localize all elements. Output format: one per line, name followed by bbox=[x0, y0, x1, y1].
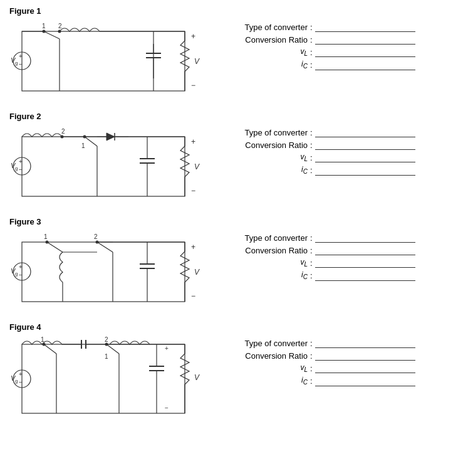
figure3-vl-line bbox=[315, 258, 415, 268]
figure3-fields: Type of converter : Conversion Ratio : v… bbox=[222, 230, 464, 283]
figure1-ratio-line bbox=[315, 34, 415, 45]
svg-text:−: − bbox=[19, 272, 23, 278]
figure2-type-label: Type of converter bbox=[229, 128, 310, 137]
svg-line-63 bbox=[97, 242, 113, 252]
svg-text:2: 2 bbox=[105, 336, 108, 343]
svg-text:1: 1 bbox=[81, 142, 85, 149]
figure1-type-line bbox=[315, 22, 415, 32]
figure2-block: Figure 2 + − V g 2 1 bbox=[9, 112, 464, 206]
figure4-type-label: Type of converter bbox=[229, 339, 310, 348]
figure1-ratio-label: Conversion Ratio bbox=[229, 35, 310, 45]
figure3-type-row: Type of converter : bbox=[229, 233, 464, 243]
figure4-ratio-line bbox=[315, 351, 415, 361]
svg-text:V: V bbox=[194, 162, 200, 171]
svg-text:g: g bbox=[15, 60, 18, 66]
figure1-type-label: Type of converter bbox=[229, 23, 310, 32]
figure2-circuit: + − V g 2 1 bbox=[9, 124, 222, 206]
svg-text:1: 1 bbox=[44, 233, 48, 240]
svg-rect-0 bbox=[22, 31, 185, 91]
svg-text:1: 1 bbox=[41, 336, 44, 343]
figure1-circuit: + − V g 1 2 bbox=[9, 19, 222, 100]
svg-text:−: − bbox=[191, 186, 195, 195]
svg-text:−: − bbox=[19, 61, 23, 68]
figure2-ic-line bbox=[315, 166, 415, 176]
figure3-ic-label: iC bbox=[229, 270, 310, 280]
svg-text:V: V bbox=[194, 373, 200, 382]
figure4-fields: Type of converter : Conversion Ratio : v… bbox=[222, 335, 464, 389]
figure4-label: Figure 4 bbox=[9, 322, 464, 332]
figure4-ratio-label: Conversion Ratio bbox=[229, 351, 310, 361]
figure2-ic-row: iC : bbox=[229, 165, 464, 175]
svg-text:+: + bbox=[165, 345, 169, 352]
figure2-fields: Type of converter : Conversion Ratio : v… bbox=[222, 124, 464, 178]
svg-text:+: + bbox=[191, 243, 195, 251]
figure4-type-row: Type of converter : bbox=[229, 338, 464, 348]
figure4-ic-row: iC : bbox=[229, 376, 464, 386]
svg-line-60 bbox=[47, 242, 63, 252]
svg-text:g: g bbox=[15, 378, 18, 384]
svg-text:−: − bbox=[191, 292, 195, 300]
figure1-ratio-row: Conversion Ratio : bbox=[229, 34, 464, 45]
svg-line-9 bbox=[44, 31, 60, 39]
svg-text:2: 2 bbox=[94, 233, 98, 240]
figure2-label: Figure 2 bbox=[9, 112, 464, 121]
figure2-vl-row: vL : bbox=[229, 152, 464, 162]
svg-rect-78 bbox=[22, 344, 185, 413]
figure3-ratio-label: Conversion Ratio bbox=[229, 246, 310, 255]
figure2-ic-label: iC bbox=[229, 165, 310, 175]
figure2-vl-line bbox=[315, 152, 415, 162]
svg-text:+: + bbox=[19, 53, 23, 60]
figure3-ratio-line bbox=[315, 245, 415, 255]
figure1-type-row: Type of converter : bbox=[229, 22, 464, 32]
svg-text:+: + bbox=[191, 137, 195, 146]
svg-rect-52 bbox=[22, 242, 185, 302]
svg-text:g: g bbox=[15, 166, 18, 171]
svg-text:1: 1 bbox=[105, 353, 108, 360]
figure1-ic-line bbox=[315, 60, 415, 70]
figure2-type-row: Type of converter : bbox=[229, 127, 464, 137]
svg-line-94 bbox=[107, 344, 119, 354]
svg-text:V: V bbox=[194, 268, 200, 277]
svg-text:+: + bbox=[19, 371, 23, 378]
svg-text:2: 2 bbox=[58, 23, 62, 29]
figure4-ic-line bbox=[315, 376, 415, 386]
figure4-vl-row: vL : bbox=[229, 363, 464, 373]
figure1-vl-label: vL bbox=[229, 47, 310, 57]
svg-text:−: − bbox=[19, 379, 23, 386]
svg-text:−: − bbox=[191, 81, 195, 90]
svg-text:+: + bbox=[19, 263, 23, 270]
figure1-vl-row: vL : bbox=[229, 47, 464, 57]
figure3-circuit: + − V g 1 2 bbox=[9, 230, 222, 311]
figure1-vl-line bbox=[315, 47, 415, 57]
figure2-type-line bbox=[315, 127, 415, 137]
svg-text:+: + bbox=[191, 32, 195, 41]
figure3-ratio-row: Conversion Ratio : bbox=[229, 245, 464, 255]
svg-text:V: V bbox=[194, 57, 200, 66]
svg-text:−: − bbox=[165, 405, 169, 411]
svg-text:1: 1 bbox=[42, 23, 46, 29]
figure1-label: Figure 1 bbox=[9, 6, 464, 16]
figure4-vl-line bbox=[315, 363, 415, 373]
figure3-ic-line bbox=[315, 271, 415, 281]
figure3-type-line bbox=[315, 233, 415, 243]
figure2-vl-label: vL bbox=[229, 152, 310, 162]
figure2-ratio-label: Conversion Ratio bbox=[229, 140, 310, 150]
figure4-vl-label: vL bbox=[229, 363, 310, 373]
svg-text:+: + bbox=[19, 158, 23, 165]
figure4-circuit: + − V g 1 2 bbox=[9, 335, 222, 423]
figure4-ic-label: iC bbox=[229, 376, 310, 386]
figure1-ic-row: iC : bbox=[229, 60, 464, 70]
svg-line-36 bbox=[85, 137, 97, 146]
figure1-block: Figure 1 + − V g 1 bbox=[9, 6, 464, 100]
figure4-type-line bbox=[315, 338, 415, 348]
figure1-ic-label: iC bbox=[229, 60, 310, 70]
svg-line-86 bbox=[44, 344, 56, 354]
figure4-ratio-row: Conversion Ratio : bbox=[229, 351, 464, 361]
figure3-vl-row: vL : bbox=[229, 258, 464, 268]
figure3-block: Figure 3 + − V g 1 2 bbox=[9, 217, 464, 311]
figure3-ic-row: iC : bbox=[229, 270, 464, 280]
figure3-vl-label: vL bbox=[229, 258, 310, 268]
figure2-ratio-line bbox=[315, 140, 415, 150]
svg-text:−: − bbox=[19, 166, 23, 173]
svg-text:2: 2 bbox=[61, 128, 65, 135]
